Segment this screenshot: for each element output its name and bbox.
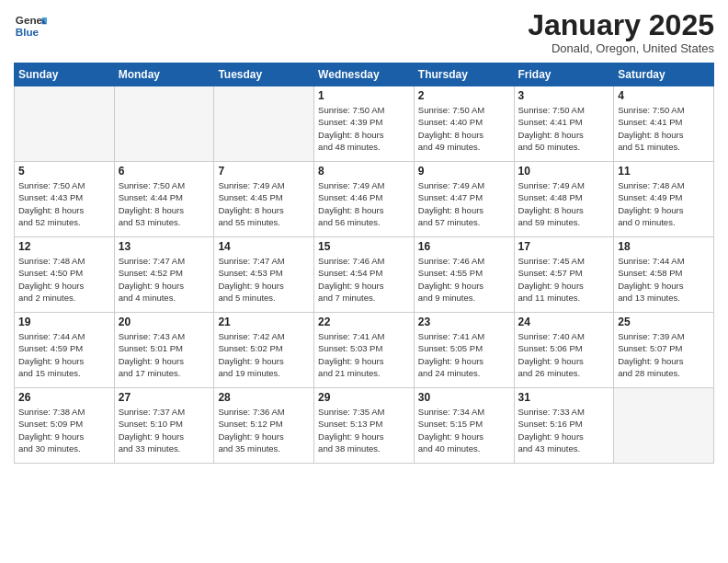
day-number-1: 1: [318, 89, 410, 102]
day-number-19: 19: [18, 316, 110, 328]
calendar-cell-w3-d4: 23Sunrise: 7:41 AM Sunset: 5:05 PM Dayli…: [414, 313, 514, 388]
calendar-cell-w4-d4: 30Sunrise: 7:34 AM Sunset: 5:15 PM Dayli…: [414, 388, 514, 464]
day-info-27: Sunrise: 7:37 AM Sunset: 5:10 PM Dayligh…: [119, 406, 210, 454]
title-block: January 2025 Donald, Oregon, United Stat…: [528, 9, 714, 55]
day-info-22: Sunrise: 7:41 AM Sunset: 5:03 PM Dayligh…: [318, 330, 410, 379]
day-info-29: Sunrise: 7:35 AM Sunset: 5:13 PM Dayligh…: [318, 406, 410, 454]
day-info-2: Sunrise: 7:50 AM Sunset: 4:40 PM Dayligh…: [418, 104, 510, 153]
day-number-10: 10: [518, 165, 610, 178]
day-number-4: 4: [618, 89, 710, 102]
header-wednesday: Wednesday: [314, 63, 415, 86]
day-number-18: 18: [618, 240, 710, 253]
calendar-cell-w4-d0: 26Sunrise: 7:38 AM Sunset: 5:09 PM Dayli…: [15, 388, 115, 464]
header-monday: Monday: [114, 63, 214, 86]
calendar-cell-w0-d2: [214, 86, 314, 162]
day-info-31: Sunrise: 7:33 AM Sunset: 5:16 PM Dayligh…: [518, 406, 610, 454]
calendar-cell-w0-d3: 1Sunrise: 7:50 AM Sunset: 4:39 PM Daylig…: [314, 86, 415, 162]
day-number-27: 27: [119, 391, 210, 404]
day-info-20: Sunrise: 7:43 AM Sunset: 5:01 PM Dayligh…: [119, 330, 210, 379]
calendar-cell-w3-d3: 22Sunrise: 7:41 AM Sunset: 5:03 PM Dayli…: [314, 313, 415, 388]
week-row-4: 26Sunrise: 7:38 AM Sunset: 5:09 PM Dayli…: [15, 388, 714, 464]
day-number-22: 22: [318, 316, 410, 328]
calendar-cell-w3-d2: 21Sunrise: 7:42 AM Sunset: 5:02 PM Dayli…: [214, 313, 314, 388]
day-number-16: 16: [418, 240, 510, 253]
day-number-25: 25: [618, 316, 710, 328]
day-number-12: 12: [18, 240, 110, 253]
calendar-cell-w0-d6: 4Sunrise: 7:50 AM Sunset: 4:41 PM Daylig…: [614, 86, 714, 162]
calendar-cell-w4-d3: 29Sunrise: 7:35 AM Sunset: 5:13 PM Dayli…: [314, 388, 415, 464]
day-number-24: 24: [518, 316, 610, 328]
day-number-13: 13: [119, 240, 210, 253]
day-info-18: Sunrise: 7:44 AM Sunset: 4:58 PM Dayligh…: [618, 255, 710, 304]
day-info-23: Sunrise: 7:41 AM Sunset: 5:05 PM Dayligh…: [418, 330, 510, 379]
day-info-15: Sunrise: 7:46 AM Sunset: 4:54 PM Dayligh…: [318, 255, 410, 304]
day-number-7: 7: [218, 165, 310, 178]
day-number-2: 2: [418, 89, 510, 102]
weekday-header-row: Sunday Monday Tuesday Wednesday Thursday…: [15, 63, 714, 86]
calendar-cell-w4-d6: [614, 388, 714, 464]
calendar-cell-w2-d6: 18Sunrise: 7:44 AM Sunset: 4:58 PM Dayli…: [614, 237, 714, 313]
calendar-cell-w2-d2: 14Sunrise: 7:47 AM Sunset: 4:53 PM Dayli…: [214, 237, 314, 313]
day-number-11: 11: [618, 165, 710, 178]
svg-text:Blue: Blue: [16, 26, 40, 38]
calendar-cell-w2-d5: 17Sunrise: 7:45 AM Sunset: 4:57 PM Dayli…: [514, 237, 614, 313]
calendar-cell-w1-d2: 7Sunrise: 7:49 AM Sunset: 4:45 PM Daylig…: [214, 162, 314, 237]
header-sunday: Sunday: [15, 63, 115, 86]
calendar-cell-w1-d5: 10Sunrise: 7:49 AM Sunset: 4:48 PM Dayli…: [514, 162, 614, 237]
calendar-cell-w3-d6: 25Sunrise: 7:39 AM Sunset: 5:07 PM Dayli…: [614, 313, 714, 388]
day-number-26: 26: [18, 391, 110, 404]
day-number-8: 8: [318, 165, 410, 178]
week-row-0: 1Sunrise: 7:50 AM Sunset: 4:39 PM Daylig…: [15, 86, 714, 162]
week-row-2: 12Sunrise: 7:48 AM Sunset: 4:50 PM Dayli…: [15, 237, 714, 313]
header-tuesday: Tuesday: [214, 63, 314, 86]
day-info-4: Sunrise: 7:50 AM Sunset: 4:41 PM Dayligh…: [618, 104, 710, 153]
day-info-8: Sunrise: 7:49 AM Sunset: 4:46 PM Dayligh…: [318, 179, 410, 228]
month-title: January 2025: [528, 9, 714, 41]
day-number-17: 17: [518, 240, 610, 253]
calendar: Sunday Monday Tuesday Wednesday Thursday…: [14, 63, 714, 464]
day-info-19: Sunrise: 7:44 AM Sunset: 4:59 PM Dayligh…: [18, 330, 110, 379]
calendar-cell-w1-d0: 5Sunrise: 7:50 AM Sunset: 4:43 PM Daylig…: [15, 162, 115, 237]
day-info-10: Sunrise: 7:49 AM Sunset: 4:48 PM Dayligh…: [518, 179, 610, 228]
calendar-cell-w0-d1: [114, 86, 214, 162]
calendar-cell-w1-d6: 11Sunrise: 7:48 AM Sunset: 4:49 PM Dayli…: [614, 162, 714, 237]
day-info-14: Sunrise: 7:47 AM Sunset: 4:53 PM Dayligh…: [218, 255, 310, 304]
day-info-7: Sunrise: 7:49 AM Sunset: 4:45 PM Dayligh…: [218, 179, 310, 228]
day-number-29: 29: [318, 391, 410, 404]
page: General Blue January 2025 Donald, Oregon…: [0, 0, 728, 563]
calendar-cell-w1-d3: 8Sunrise: 7:49 AM Sunset: 4:46 PM Daylig…: [314, 162, 415, 237]
calendar-cell-w2-d0: 12Sunrise: 7:48 AM Sunset: 4:50 PM Dayli…: [15, 237, 115, 313]
day-info-11: Sunrise: 7:48 AM Sunset: 4:49 PM Dayligh…: [618, 179, 710, 228]
day-number-31: 31: [518, 391, 610, 404]
day-info-12: Sunrise: 7:48 AM Sunset: 4:50 PM Dayligh…: [18, 255, 110, 304]
day-info-21: Sunrise: 7:42 AM Sunset: 5:02 PM Dayligh…: [218, 330, 310, 379]
header-saturday: Saturday: [614, 63, 714, 86]
calendar-cell-w2-d3: 15Sunrise: 7:46 AM Sunset: 4:54 PM Dayli…: [314, 237, 415, 313]
day-info-1: Sunrise: 7:50 AM Sunset: 4:39 PM Dayligh…: [318, 104, 410, 153]
calendar-cell-w3-d0: 19Sunrise: 7:44 AM Sunset: 4:59 PM Dayli…: [15, 313, 115, 388]
calendar-cell-w4-d2: 28Sunrise: 7:36 AM Sunset: 5:12 PM Dayli…: [214, 388, 314, 464]
day-number-30: 30: [418, 391, 510, 404]
day-info-5: Sunrise: 7:50 AM Sunset: 4:43 PM Dayligh…: [18, 179, 110, 228]
day-number-20: 20: [119, 316, 210, 328]
calendar-cell-w2-d1: 13Sunrise: 7:47 AM Sunset: 4:52 PM Dayli…: [114, 237, 214, 313]
calendar-cell-w0-d5: 3Sunrise: 7:50 AM Sunset: 4:41 PM Daylig…: [514, 86, 614, 162]
day-info-6: Sunrise: 7:50 AM Sunset: 4:44 PM Dayligh…: [119, 179, 210, 228]
day-info-25: Sunrise: 7:39 AM Sunset: 5:07 PM Dayligh…: [618, 330, 710, 379]
calendar-cell-w2-d4: 16Sunrise: 7:46 AM Sunset: 4:55 PM Dayli…: [414, 237, 514, 313]
day-info-26: Sunrise: 7:38 AM Sunset: 5:09 PM Dayligh…: [18, 406, 110, 454]
day-number-14: 14: [218, 240, 310, 253]
day-number-6: 6: [119, 165, 210, 178]
calendar-cell-w3-d5: 24Sunrise: 7:40 AM Sunset: 5:06 PM Dayli…: [514, 313, 614, 388]
day-info-16: Sunrise: 7:46 AM Sunset: 4:55 PM Dayligh…: [418, 255, 510, 304]
header: General Blue January 2025 Donald, Oregon…: [14, 9, 714, 55]
day-number-21: 21: [218, 316, 310, 328]
day-number-3: 3: [518, 89, 610, 102]
logo-icon: General Blue: [14, 9, 47, 42]
calendar-cell-w3-d1: 20Sunrise: 7:43 AM Sunset: 5:01 PM Dayli…: [114, 313, 214, 388]
day-number-15: 15: [318, 240, 410, 253]
day-info-17: Sunrise: 7:45 AM Sunset: 4:57 PM Dayligh…: [518, 255, 610, 304]
calendar-cell-w0-d0: [15, 86, 115, 162]
calendar-cell-w4-d1: 27Sunrise: 7:37 AM Sunset: 5:10 PM Dayli…: [114, 388, 214, 464]
day-number-5: 5: [18, 165, 110, 178]
